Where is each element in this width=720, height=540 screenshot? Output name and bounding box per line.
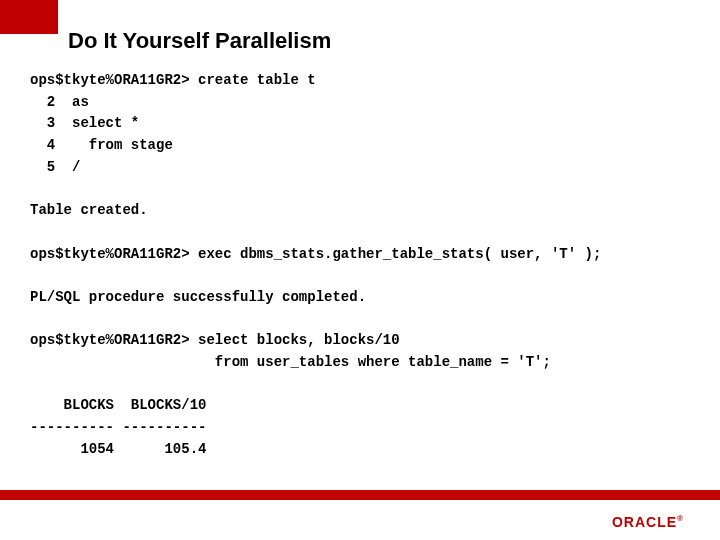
registered-mark: ® [677,514,684,523]
code-line: from user_tables where table_name = 'T'; [30,354,551,370]
code-line: BLOCKS BLOCKS/10 [30,397,206,413]
code-line: ops$tkyte%ORA11GR2> create table t [30,72,316,88]
code-line: ops$tkyte%ORA11GR2> exec dbms_stats.gath… [30,246,601,262]
header-accent-block [0,0,58,34]
code-line: 1054 105.4 [30,441,206,457]
oracle-logo: ORACLE® [612,514,684,530]
code-line: Table created. [30,202,148,218]
code-line: 3 select * [30,115,139,131]
code-line: 5 / [30,159,80,175]
footer-accent-bar [0,490,720,500]
code-line: ops$tkyte%ORA11GR2> select blocks, block… [30,332,400,348]
logo-text: ORACLE [612,514,677,530]
code-line: ---------- ---------- [30,419,206,435]
code-block: ops$tkyte%ORA11GR2> create table t 2 as … [30,70,690,460]
code-line: PL/SQL procedure successfully completed. [30,289,366,305]
slide-title: Do It Yourself Parallelism [68,28,331,54]
code-line: 2 as [30,94,89,110]
code-line: 4 from stage [30,137,173,153]
